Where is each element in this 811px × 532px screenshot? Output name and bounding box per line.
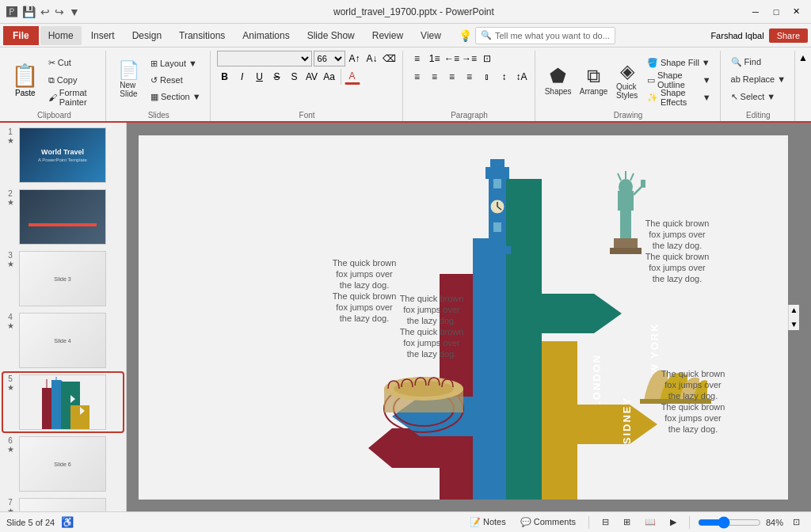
slide-sorter-button[interactable]: ⊞ (619, 515, 635, 529)
smart-art-button[interactable]: ⊡ (479, 51, 495, 66)
slide-thumb-1[interactable]: 1 ★ World Travel A PowerPoint Template (3, 126, 123, 184)
strikethrough-button[interactable]: S (269, 69, 285, 85)
bullets-button[interactable]: ≡ (409, 51, 425, 66)
svg-rect-45 (641, 180, 645, 188)
svg-rect-15 (473, 238, 506, 500)
underline-button[interactable]: U (252, 69, 268, 85)
select-button[interactable]: ↖ Select ▼ (727, 89, 779, 104)
align-center-button[interactable]: ≡ (427, 69, 443, 85)
slide-thumb-7[interactable]: 7 ★ Slide 7 (3, 496, 123, 511)
insert-menu[interactable]: Insert (83, 26, 123, 45)
animations-menu[interactable]: Animations (234, 26, 297, 45)
view-menu[interactable]: View (413, 26, 449, 45)
zoom-slider[interactable] (698, 516, 761, 529)
format-painter-button[interactable]: 🖌 Format Painter (44, 89, 101, 105)
new-slide-button[interactable]: 📄 NewSlide (112, 58, 145, 102)
increase-font-button[interactable]: A↑ (347, 51, 363, 66)
slide-thumb-4[interactable]: 4 ★ Slide 4 (3, 311, 123, 370)
slide-thumb-6[interactable]: 6 ★ Slide 6 (3, 435, 123, 493)
editing-group: 🔍 Find ab Replace ▼ ↖ Select ▼ Editing (722, 51, 796, 121)
decrease-indent-button[interactable]: ←≡ (444, 51, 460, 66)
title-bar: 🅿 💾 ↩ ↪ ▼ world_travel_19700.pptx - Powe… (0, 0, 811, 24)
clear-format-button[interactable]: ⌫ (382, 51, 398, 66)
copy-button[interactable]: ⧉ Copy (44, 72, 101, 88)
save-icon[interactable]: 💾 (22, 6, 36, 18)
layout-button[interactable]: ⊞ Layout ▼ (147, 55, 205, 71)
slide-panel[interactable]: 1 ★ World Travel A PowerPoint Template 2… (0, 123, 127, 511)
svg-rect-30 (493, 179, 501, 188)
slide-svg: ROME LONDON NEW YORK SIDNEY (139, 135, 788, 500)
svg-text:fox jumps over: fox jumps over (336, 269, 393, 279)
font-size-select[interactable]: 66 (314, 51, 345, 66)
redo-icon[interactable]: ↪ (55, 6, 64, 18)
minimize-button[interactable]: ─ (748, 4, 763, 20)
case-button[interactable]: Aa (322, 69, 337, 85)
shape-fill-button[interactable]: 🪣 Shape Fill ▼ (643, 55, 715, 70)
svg-text:the lazy dog.: the lazy dog. (340, 314, 389, 323)
fit-slide-button[interactable]: ⊡ (788, 515, 805, 529)
slideshow-button[interactable]: ▶ (665, 515, 681, 529)
quick-styles-button[interactable]: ◈ QuickStyles (612, 58, 642, 102)
italic-button[interactable]: I (234, 69, 250, 85)
scroll-down-button[interactable]: ▼ (789, 319, 800, 330)
ribbon-search-box[interactable]: 🔍 Tell me what you want to do... (475, 27, 615, 44)
shape-outline-button[interactable]: ▭ Shape Outline ▼ (643, 72, 715, 88)
quick-styles-icon: ◈ (620, 60, 634, 82)
font-color-button[interactable]: A (345, 69, 360, 85)
svg-rect-31 (493, 222, 501, 232)
scroll-up-button[interactable]: ▲ (789, 305, 800, 316)
ribbon-collapse-button[interactable]: ▲ (798, 51, 808, 121)
slide-canvas[interactable]: ROME LONDON NEW YORK SIDNEY (139, 135, 788, 500)
shape-effects-button[interactable]: ✨ Shape Effects ▼ (643, 89, 715, 105)
paste-button[interactable]: 📋 Paste (8, 55, 43, 105)
svg-text:fox jumps over: fox jumps over (403, 305, 460, 314)
find-button[interactable]: 🔍 Find (727, 54, 765, 70)
design-menu[interactable]: Design (124, 26, 169, 45)
slide-thumb-5[interactable]: 5 ★ (3, 373, 123, 431)
normal-view-button[interactable]: ⊟ (597, 515, 614, 529)
svg-text:fox jumps over: fox jumps over (664, 380, 722, 390)
replace-button[interactable]: ab Replace ▼ (727, 71, 790, 87)
vertical-scrollbar[interactable]: ▲ ▼ (788, 305, 799, 330)
slideshow-menu[interactable]: Slide Show (299, 26, 363, 45)
align-left-button[interactable]: ≡ (409, 69, 425, 85)
line-spacing-button[interactable]: ↕ (497, 69, 512, 85)
undo-icon[interactable]: ↩ (40, 6, 50, 18)
shapes-button[interactable]: ⬟ Shapes (542, 58, 575, 102)
home-menu[interactable]: Home (40, 26, 82, 45)
drawing-group: ⬟ Shapes ⧉ Arrange ◈ QuickStyles 🪣 Shape… (537, 51, 721, 121)
transitions-menu[interactable]: Transitions (171, 26, 233, 45)
align-right-button[interactable]: ≡ (444, 69, 460, 85)
shape-fill-icon: 🪣 (647, 58, 658, 68)
section-button[interactable]: ▦ Section ▼ (147, 89, 205, 104)
cut-button[interactable]: ✂ Cut (44, 55, 101, 70)
arrange-button[interactable]: ⧉ Arrange (577, 58, 611, 102)
numbering-button[interactable]: 1≡ (427, 51, 443, 66)
bold-button[interactable]: B (217, 69, 233, 85)
customize-qat-icon[interactable]: ▼ (69, 6, 80, 18)
separator (341, 69, 341, 85)
spacing-button[interactable]: AV (304, 69, 320, 85)
close-button[interactable]: ✕ (789, 4, 805, 20)
comments-icon: 💬 (520, 517, 531, 526)
decrease-font-button[interactable]: A↓ (364, 51, 380, 66)
svg-text:fox jumps over: fox jumps over (649, 263, 706, 272)
font-name-select[interactable] (217, 51, 312, 66)
slide-preview-6: Slide 6 (19, 436, 106, 492)
increase-indent-button[interactable]: →≡ (462, 51, 478, 66)
share-button[interactable]: Share (769, 28, 808, 43)
notes-button[interactable]: 📝 Notes (465, 515, 511, 529)
maximize-button[interactable]: □ (768, 4, 784, 20)
justify-button[interactable]: ≡ (462, 69, 478, 85)
columns-button[interactable]: ⫾ (479, 69, 495, 85)
reading-view-button[interactable]: 📖 (640, 515, 661, 529)
textshadow-button[interactable]: S (287, 69, 303, 85)
comments-button[interactable]: 💬 Comments (516, 515, 581, 529)
slide-thumb-3[interactable]: 3 ★ Slide 3 (3, 249, 123, 308)
reset-button[interactable]: ↺ Reset (147, 72, 205, 88)
file-menu[interactable]: File (3, 26, 39, 45)
svg-text:LONDON: LONDON (591, 353, 603, 407)
slide-thumb-2[interactable]: 2 ★ (3, 188, 123, 246)
review-menu[interactable]: Review (364, 26, 411, 45)
text-direction-button[interactable]: ↕A (514, 69, 530, 85)
